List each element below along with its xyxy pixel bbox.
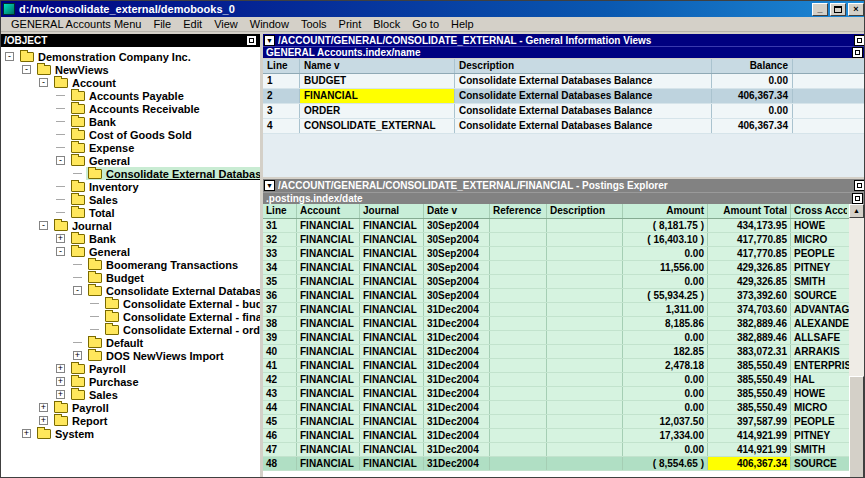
postings-row[interactable]: 38 FINANCIAL FINANCIAL 31Dec2004 8,185.8…: [263, 317, 865, 331]
cell-reference[interactable]: [490, 373, 547, 386]
cell-description[interactable]: Consolidate External Databases Balance: [455, 119, 712, 133]
cell-amount-total[interactable]: 429,326.85: [708, 275, 791, 288]
column-header-date[interactable]: Date v: [424, 204, 490, 218]
cell-date[interactable]: 30Sep2004: [424, 289, 490, 302]
panel-dropdown-icon[interactable]: ▼: [264, 35, 275, 46]
accounts-row[interactable]: 3 ORDER Consolidate External Databases B…: [263, 104, 865, 119]
tree-expand-toggle[interactable]: -: [22, 65, 31, 74]
cell-cross-account[interactable]: SMITH: [791, 443, 847, 456]
cell-line[interactable]: 2: [263, 89, 300, 103]
postings-row[interactable]: 33 FINANCIAL FINANCIAL 30Sep2004 0.00 41…: [263, 247, 865, 261]
cell-date[interactable]: 31Dec2004: [424, 457, 490, 470]
cell-amount-total[interactable]: 414,921.99: [708, 429, 791, 442]
cell-description[interactable]: Consolidate External Databases Balance: [455, 104, 712, 118]
tree-item-content[interactable]: Default: [86, 336, 145, 349]
cell-line[interactable]: 31: [263, 219, 297, 232]
postings-row[interactable]: 48 FINANCIAL FINANCIAL 31Dec2004 ( 8,554…: [263, 457, 865, 471]
cell-line[interactable]: 44: [263, 401, 297, 414]
cell-account[interactable]: FINANCIAL: [297, 387, 360, 400]
postings-row[interactable]: 41 FINANCIAL FINANCIAL 31Dec2004 2,478.1…: [263, 359, 865, 373]
tree-item[interactable]: Cost of Goods Sold: [1, 128, 260, 141]
cell-reference[interactable]: [490, 429, 547, 442]
cell-amount[interactable]: 182.85: [623, 345, 708, 358]
cell-description[interactable]: [547, 233, 623, 246]
tree-expand-toggle[interactable]: +: [56, 377, 65, 386]
cell-account[interactable]: FINANCIAL: [297, 303, 360, 316]
cell-description[interactable]: [547, 275, 623, 288]
cell-description[interactable]: [547, 247, 623, 260]
tree-item[interactable]: Accounts Payable: [1, 89, 260, 102]
cell-journal[interactable]: FINANCIAL: [360, 247, 424, 260]
postings-row[interactable]: 40 FINANCIAL FINANCIAL 31Dec2004 182.85 …: [263, 345, 865, 359]
tree-expand-toggle[interactable]: [56, 186, 65, 187]
column-header-description[interactable]: Description: [455, 59, 712, 73]
tree-expand-toggle[interactable]: [56, 108, 65, 109]
tree-item[interactable]: + Sales: [1, 388, 260, 401]
postings-row[interactable]: 44 FINANCIAL FINANCIAL 31Dec2004 0.00 38…: [263, 401, 865, 415]
minimize-button[interactable]: _: [812, 3, 828, 16]
tree-item[interactable]: Inventory: [1, 180, 260, 193]
cell-reference[interactable]: [490, 233, 547, 246]
postings-row[interactable]: 43 FINANCIAL FINANCIAL 31Dec2004 0.00 38…: [263, 387, 865, 401]
cell-reference[interactable]: [490, 331, 547, 344]
cell-amount[interactable]: 0.00: [623, 331, 708, 344]
menu-item[interactable]: Go to: [406, 18, 445, 30]
tree-item[interactable]: Consolidate External - budget: [1, 297, 260, 310]
postings-row[interactable]: 47 FINANCIAL FINANCIAL 31Dec2004 0.00 41…: [263, 443, 865, 457]
cell-cross-account[interactable]: HAL: [791, 373, 847, 386]
tree-item[interactable]: - General: [1, 245, 260, 258]
tree-item[interactable]: Consolidate External - order: [1, 323, 260, 336]
cell-amount-total[interactable]: 417,770.85: [708, 233, 791, 246]
tree-expand-toggle[interactable]: +: [73, 351, 82, 360]
cell-line[interactable]: 36: [263, 289, 297, 302]
cell-journal[interactable]: FINANCIAL: [360, 303, 424, 316]
cell-description[interactable]: [547, 373, 623, 386]
cell-account[interactable]: FINANCIAL: [297, 359, 360, 372]
cell-journal[interactable]: FINANCIAL: [360, 289, 424, 302]
tree-item[interactable]: - NewViews: [1, 63, 260, 76]
cell-amount-total[interactable]: 429,326.85: [708, 261, 791, 274]
tree-item[interactable]: Budget: [1, 271, 260, 284]
postings-row[interactable]: 35 FINANCIAL FINANCIAL 30Sep2004 0.00 42…: [263, 275, 865, 289]
cell-amount[interactable]: ( 16,403.10 ): [623, 233, 708, 246]
tree-item[interactable]: Consolidate External - financial: [1, 310, 260, 323]
panel-view-icon[interactable]: [852, 193, 863, 204]
scrollbar-thumb[interactable]: [849, 376, 864, 478]
tree-item-content[interactable]: Total: [69, 206, 116, 219]
cell-date[interactable]: 31Dec2004: [424, 331, 490, 344]
cell-amount[interactable]: 8,185.86: [623, 317, 708, 330]
cell-amount-total[interactable]: 434,173.95: [708, 219, 791, 232]
cell-journal[interactable]: FINANCIAL: [360, 457, 424, 470]
cell-amount-total[interactable]: 385,550.49: [708, 373, 791, 386]
tree-item[interactable]: + Bank: [1, 232, 260, 245]
tree-item-content[interactable]: Bank: [69, 232, 118, 245]
cell-account[interactable]: FINANCIAL: [297, 275, 360, 288]
cell-cross-account[interactable]: PEOPLE: [791, 247, 847, 260]
tree-item-content[interactable]: Demonstration Company Inc.: [18, 50, 193, 63]
cell-line[interactable]: 37: [263, 303, 297, 316]
cell-amount[interactable]: 11,556.00: [623, 261, 708, 274]
scroll-up-icon[interactable]: ▲: [849, 204, 864, 218]
tree-expand-toggle[interactable]: [56, 199, 65, 200]
column-header-cross-account[interactable]: Cross Account: [791, 204, 847, 218]
tree-item[interactable]: - Account: [1, 76, 260, 89]
cell-reference[interactable]: [490, 443, 547, 456]
cell-line[interactable]: 39: [263, 331, 297, 344]
tree-item[interactable]: Bank: [1, 115, 260, 128]
cell-cross-account[interactable]: PEOPLE: [791, 415, 847, 428]
cell-description[interactable]: [547, 289, 623, 302]
cell-amount-total[interactable]: 385,550.49: [708, 401, 791, 414]
tree-item-content[interactable]: Inventory: [69, 180, 141, 193]
tree-item[interactable]: Boomerang Transactions: [1, 258, 260, 271]
cell-cross-account[interactable]: ALEXANDER: [791, 317, 847, 330]
tree-item[interactable]: + Report: [1, 414, 260, 427]
postings-row[interactable]: 31 FINANCIAL FINANCIAL 30Sep2004 ( 8,181…: [263, 219, 865, 233]
cell-amount-total[interactable]: 385,550.49: [708, 387, 791, 400]
cell-description[interactable]: [547, 429, 623, 442]
accounts-view-titlebar[interactable]: ▼ /ACCOUNT/GENERAL/CONSOLIDATE_EXTERNAL …: [263, 34, 865, 46]
column-header-description[interactable]: Description: [547, 204, 623, 218]
tree-item-content[interactable]: Consolidate External - order: [103, 323, 260, 336]
cell-journal[interactable]: FINANCIAL: [360, 331, 424, 344]
maximize-button[interactable]: [830, 3, 846, 16]
tree-expand-toggle[interactable]: +: [56, 234, 65, 243]
